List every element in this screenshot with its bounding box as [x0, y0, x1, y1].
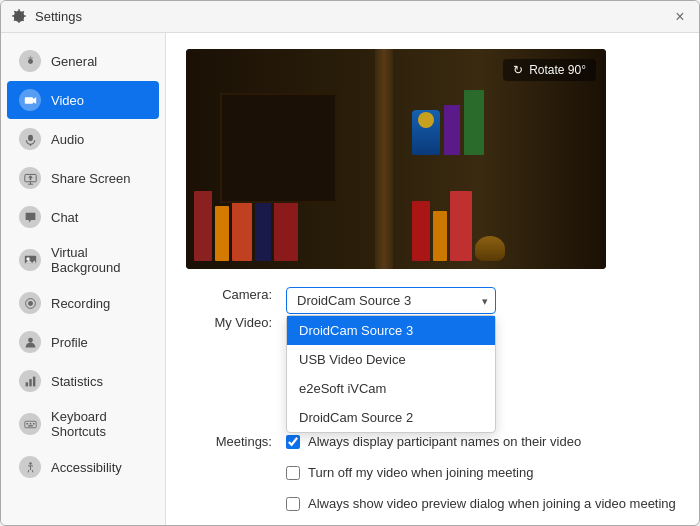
sidebar-item-statistics[interactable]: Statistics	[7, 362, 159, 400]
dark-panel	[220, 93, 338, 203]
chat-label: Chat	[51, 210, 78, 225]
camera-selected-value: DroidCam Source 3	[297, 293, 411, 308]
content-area: General Video	[1, 33, 699, 525]
sidebar-item-share-screen[interactable]: Share Screen	[7, 159, 159, 197]
svg-rect-16	[29, 379, 31, 386]
title-bar: Settings ×	[1, 1, 699, 33]
meetings-row: Meetings: Always display participant nam…	[186, 434, 679, 519]
camera-row: Camera: DroidCam Source 3 ▾ DroidCam Sou…	[186, 287, 679, 314]
audio-icon	[19, 128, 41, 150]
book-r1	[412, 201, 430, 261]
main-panel: ↻ Rotate 90° Camera: DroidCam Source 3 ▾…	[166, 33, 699, 525]
profile-icon	[19, 331, 41, 353]
checkbox-0[interactable]	[286, 435, 300, 449]
virtual-background-icon	[19, 249, 41, 271]
svg-rect-15	[25, 382, 27, 386]
general-icon	[19, 50, 41, 72]
book-2	[215, 206, 229, 261]
video-icon	[19, 89, 41, 111]
settings-window: Settings × General	[0, 0, 700, 526]
general-label: General	[51, 54, 97, 69]
share-screen-label: Share Screen	[51, 171, 131, 186]
window-title: Settings	[35, 9, 82, 24]
sidebar-item-video[interactable]: Video	[7, 81, 159, 119]
close-button[interactable]: ×	[671, 8, 689, 26]
camera-preview: ↻ Rotate 90°	[186, 49, 606, 269]
camera-label: Camera:	[186, 287, 286, 302]
checkbox-row-1: Turn off my video when joining meeting	[286, 465, 676, 480]
checkbox-row-0: Always display participant names on thei…	[286, 434, 676, 449]
checkbox-label-1: Turn off my video when joining meeting	[308, 465, 533, 480]
meetings-label: Meetings:	[186, 434, 286, 449]
book-4	[255, 201, 271, 261]
svg-rect-1	[24, 97, 32, 104]
virtual-background-label: Virtual Background	[51, 245, 147, 275]
keyboard-shortcuts-icon	[19, 413, 41, 435]
camera-option-2[interactable]: e2eSoft iVCam	[287, 374, 495, 403]
svg-rect-3	[28, 134, 33, 141]
accessibility-label: Accessibility	[51, 460, 122, 475]
svg-marker-2	[32, 97, 35, 104]
svg-marker-8	[28, 175, 33, 180]
settings-window-icon	[11, 9, 27, 25]
chat-icon	[19, 206, 41, 228]
shelf-scene	[186, 49, 606, 269]
svg-rect-22	[28, 425, 33, 426]
accessibility-icon	[19, 456, 41, 478]
svg-point-13	[28, 301, 33, 306]
book-r2	[433, 211, 447, 261]
checkbox-label-2: Always show video preview dialog when jo…	[308, 496, 676, 511]
title-bar-left: Settings	[11, 9, 82, 25]
book-right-2	[464, 90, 484, 155]
sidebar-item-accessibility[interactable]: Accessibility	[7, 448, 159, 486]
book-r3	[450, 191, 472, 261]
checkbox-row-2: Always show video preview dialog when jo…	[286, 496, 676, 511]
keyboard-shortcuts-label: Keyboard Shortcuts	[51, 409, 147, 439]
statistics-icon	[19, 370, 41, 392]
recording-icon	[19, 292, 41, 314]
checkbox-2[interactable]	[286, 497, 300, 511]
sidebar-item-chat[interactable]: Chat	[7, 198, 159, 236]
audio-label: Audio	[51, 132, 84, 147]
svg-rect-21	[32, 422, 34, 424]
sidebar-item-keyboard-shortcuts[interactable]: Keyboard Shortcuts	[7, 401, 159, 447]
camera-dropdown: DroidCam Source 3 USB Video Device e2eSo…	[286, 315, 496, 433]
rotate-button[interactable]: ↻ Rotate 90°	[503, 59, 596, 81]
video-label: Video	[51, 93, 84, 108]
svg-rect-17	[32, 376, 34, 386]
recording-label: Recording	[51, 296, 110, 311]
svg-rect-19	[26, 422, 28, 424]
camera-option-0[interactable]: DroidCam Source 3	[287, 316, 495, 345]
checkbox-1[interactable]	[286, 466, 300, 480]
checkbox-label-0: Always display participant names on thei…	[308, 434, 581, 449]
my-video-label: My Video:	[186, 315, 286, 330]
svg-point-14	[28, 337, 33, 342]
rotate-label: Rotate 90°	[529, 63, 586, 77]
camera-chevron-icon: ▾	[482, 294, 488, 307]
camera-option-1[interactable]: USB Video Device	[287, 345, 495, 374]
sidebar-item-general[interactable]: General	[7, 42, 159, 80]
book-1	[194, 191, 212, 261]
book-right-1	[444, 105, 460, 155]
sidebar-item-recording[interactable]: Recording	[7, 284, 159, 322]
sidebar: General Video	[1, 33, 166, 525]
rotate-icon: ↻	[513, 63, 523, 77]
figurine	[412, 110, 440, 155]
sidebar-item-profile[interactable]: Profile	[7, 323, 159, 361]
profile-label: Profile	[51, 335, 88, 350]
statistics-label: Statistics	[51, 374, 103, 389]
camera-option-3[interactable]: DroidCam Source 2	[287, 403, 495, 432]
camera-select-wrapper[interactable]: DroidCam Source 3 ▾ DroidCam Source 3 US…	[286, 287, 496, 314]
sidebar-item-virtual-background[interactable]: Virtual Background	[7, 237, 159, 283]
share-screen-icon	[19, 167, 41, 189]
svg-point-23	[29, 462, 31, 464]
svg-rect-20	[29, 422, 31, 424]
bowl	[475, 236, 505, 261]
camera-select-display[interactable]: DroidCam Source 3 ▾	[286, 287, 496, 314]
sidebar-item-audio[interactable]: Audio	[7, 120, 159, 158]
